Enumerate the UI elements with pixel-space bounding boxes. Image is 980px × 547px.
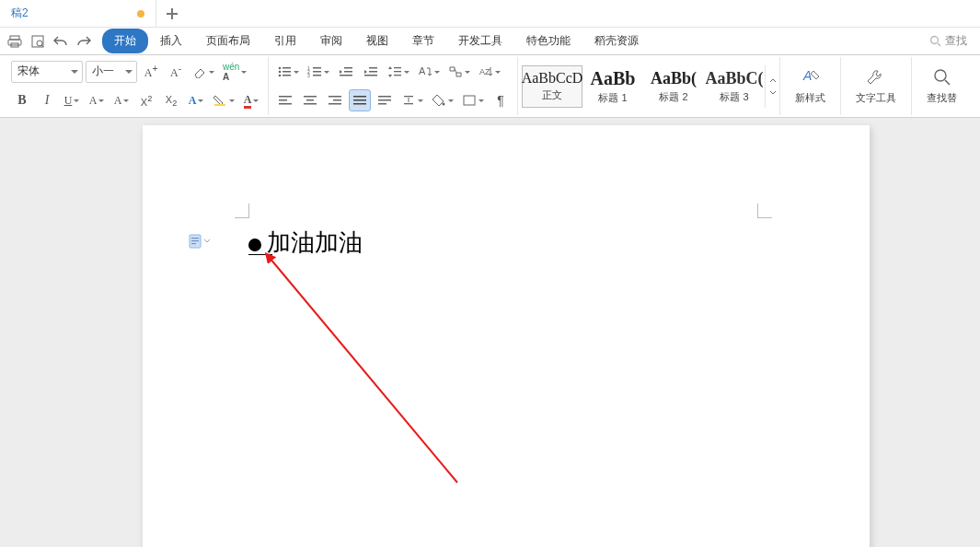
menu-section[interactable]: 章节 xyxy=(400,29,446,53)
indent-button[interactable] xyxy=(360,61,382,83)
svg-rect-20 xyxy=(344,71,352,73)
para-spacing-button[interactable] xyxy=(398,89,426,111)
style-h1[interactable]: AaBb 标题 1 xyxy=(582,65,643,108)
svg-rect-14 xyxy=(313,67,321,69)
font-size-select[interactable]: 小一 xyxy=(86,61,137,83)
menu-references[interactable]: 引用 xyxy=(262,29,308,53)
svg-rect-0 xyxy=(10,36,19,40)
menu-review[interactable]: 审阅 xyxy=(308,29,354,53)
bold-button[interactable]: B xyxy=(11,89,33,111)
menu-developer[interactable]: 开发工具 xyxy=(446,29,514,53)
find-replace-button[interactable]: 查找替 xyxy=(917,67,966,105)
align-distribute-button[interactable] xyxy=(374,89,396,111)
find-replace-label: 查找替 xyxy=(927,91,957,105)
text-tools-button[interactable]: 文字工具 xyxy=(847,67,905,105)
paragraph-options-button[interactable] xyxy=(189,234,211,249)
svg-rect-52 xyxy=(191,238,199,239)
preview-button[interactable] xyxy=(27,30,49,52)
align-distribute-icon xyxy=(377,94,392,107)
shading-button[interactable] xyxy=(429,89,456,111)
svg-rect-32 xyxy=(279,103,292,105)
show-marks-button[interactable]: ¶ xyxy=(490,89,512,111)
phonetic-button[interactable]: wénA xyxy=(220,61,249,83)
svg-rect-18 xyxy=(313,75,321,76)
style-label: 正文 xyxy=(542,88,562,102)
phonetic-icon: wénA xyxy=(223,62,239,82)
redo-button[interactable] xyxy=(73,30,95,52)
chevron-updown-icon xyxy=(769,77,777,96)
search-box[interactable]: 查找 xyxy=(920,30,976,52)
undo-icon xyxy=(53,35,68,48)
menu-special[interactable]: 特色功能 xyxy=(514,29,582,53)
style-preview: AaBbCcD xyxy=(522,70,583,87)
bullets-icon xyxy=(277,65,292,78)
font-color-button[interactable]: A xyxy=(240,89,262,111)
menu-docer[interactable]: 稻壳资源 xyxy=(582,29,651,53)
outdent-icon xyxy=(339,65,353,78)
pilcrow-icon: ¶ xyxy=(497,93,504,108)
font-name-select[interactable]: 宋体 xyxy=(11,61,83,83)
style-label: 标题 3 xyxy=(720,90,748,104)
menu-start[interactable]: 开始 xyxy=(102,29,148,53)
outdent-button[interactable] xyxy=(335,61,357,83)
text-effect-button[interactable]: A xyxy=(185,89,207,111)
align-left-button[interactable] xyxy=(274,89,296,111)
wrench-icon xyxy=(865,67,887,87)
underline-button[interactable]: U xyxy=(61,89,83,111)
numbering-button[interactable]: 123 xyxy=(305,61,332,83)
style-h3[interactable]: AaBbC( 标题 3 xyxy=(704,65,765,108)
svg-text:3: 3 xyxy=(307,73,310,78)
border-button[interactable] xyxy=(459,89,487,111)
bullet-icon xyxy=(248,239,261,251)
document-text: 加油加油 xyxy=(267,227,363,259)
text-effect-icon: A xyxy=(189,94,197,108)
document-tab[interactable]: 稿2 xyxy=(0,0,156,27)
snap-button[interactable] xyxy=(445,61,473,83)
numbering-icon: 123 xyxy=(307,65,322,78)
italic-button[interactable]: I xyxy=(36,89,58,111)
align-right-button[interactable] xyxy=(324,89,346,111)
svg-rect-16 xyxy=(313,71,321,73)
menu-layout[interactable]: 页面布局 xyxy=(194,29,262,53)
undo-button[interactable] xyxy=(50,30,72,52)
menu-insert[interactable]: 插入 xyxy=(148,29,194,53)
svg-point-11 xyxy=(279,74,282,76)
svg-rect-44 xyxy=(378,103,386,105)
highlight-button[interactable] xyxy=(210,89,237,111)
print-button[interactable] xyxy=(4,30,26,52)
new-style-button[interactable]: A 新样式 xyxy=(786,67,835,105)
strike-button[interactable]: A xyxy=(86,89,108,111)
bullets-button[interactable] xyxy=(274,61,302,83)
svg-rect-41 xyxy=(353,103,366,105)
clear-format-button[interactable] xyxy=(190,61,217,83)
superscript-button[interactable]: X2 xyxy=(135,89,157,111)
document-canvas[interactable]: 加油加油 xyxy=(0,118,980,547)
preview-icon xyxy=(30,34,45,49)
sort-button[interactable]: AZ xyxy=(476,61,503,83)
svg-rect-23 xyxy=(369,71,377,73)
textdir-button[interactable]: A xyxy=(415,61,443,83)
grow-font-button[interactable]: A+ xyxy=(140,61,162,83)
chevron-down-icon xyxy=(203,238,211,245)
linespacing-button[interactable] xyxy=(385,61,412,83)
style-normal[interactable]: AaBbCcD 正文 xyxy=(522,65,582,108)
new-tab-button[interactable] xyxy=(156,0,188,27)
emphasis-button[interactable]: A xyxy=(110,89,133,111)
menu-view[interactable]: 视图 xyxy=(354,29,400,53)
subscript-button[interactable]: X2 xyxy=(160,89,182,111)
style-h2[interactable]: AaBb( 标题 2 xyxy=(643,65,704,108)
style-label: 标题 2 xyxy=(659,90,687,104)
eraser-icon xyxy=(192,65,207,78)
svg-rect-34 xyxy=(306,99,314,101)
svg-line-55 xyxy=(270,258,457,483)
svg-text:A: A xyxy=(419,65,426,76)
align-center-button[interactable] xyxy=(299,89,321,111)
strike-icon: A xyxy=(89,94,98,108)
align-justify-button[interactable] xyxy=(349,89,371,111)
svg-rect-31 xyxy=(279,99,287,101)
subscript-icon: X2 xyxy=(166,94,177,108)
page[interactable]: 加油加油 xyxy=(143,125,870,547)
shrink-font-button[interactable]: A- xyxy=(165,61,187,83)
styles-more-button[interactable] xyxy=(765,65,779,108)
svg-rect-1 xyxy=(8,40,21,45)
